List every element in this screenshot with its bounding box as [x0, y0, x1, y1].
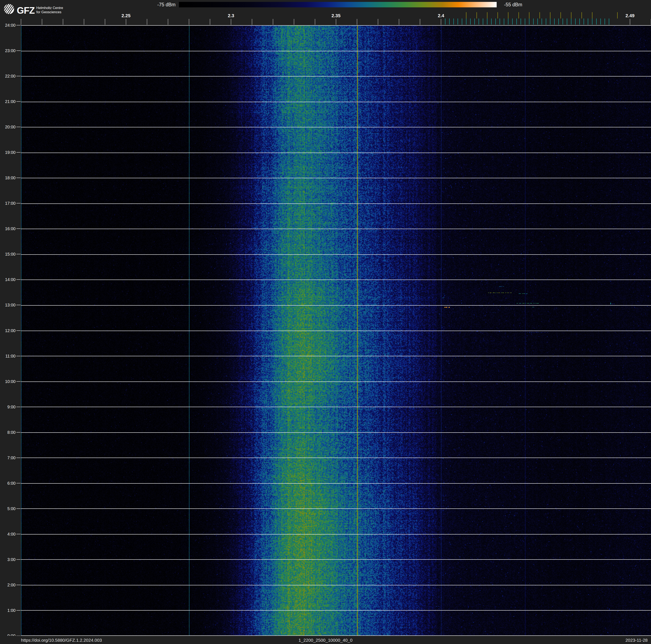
ble-channel-tick	[600, 19, 601, 25]
time-tick	[17, 458, 21, 458]
freq-tick	[336, 19, 336, 25]
freq-tick	[294, 19, 294, 25]
time-label: 8:00	[0, 430, 16, 435]
time-label: 6:00	[0, 481, 16, 486]
dataset-name: 1_2200_2500_10000_40_0	[0, 636, 651, 644]
freq-tick	[63, 19, 63, 25]
freq-label: 2.25	[117, 13, 135, 19]
time-label: 19:00	[0, 150, 16, 155]
time-tick	[17, 432, 21, 433]
time-label: 9:00	[0, 405, 16, 409]
freq-tick	[210, 19, 210, 25]
wifi-channel-tick	[592, 12, 592, 19]
freq-label: 2.4	[432, 13, 451, 19]
time-label: 5:00	[0, 506, 16, 511]
colorbar-min-label: -75 dBm	[0, 2, 176, 7]
ble-channel-tick	[462, 19, 462, 25]
freq-tick	[189, 19, 189, 25]
ble-channel-tick	[529, 19, 529, 25]
wifi-channel-tick	[508, 12, 508, 19]
time-tick	[17, 356, 21, 356]
time-tick	[17, 559, 21, 560]
time-tick	[17, 203, 21, 203]
ble-channel-tick	[596, 19, 597, 25]
ble-channel-tick	[579, 19, 580, 25]
ble-channel-tick	[445, 19, 445, 25]
time-label: 18:00	[0, 176, 16, 180]
wifi-channel-tick	[476, 12, 477, 19]
ble-channel-tick	[525, 19, 525, 25]
spectrogram-canvas	[21, 25, 651, 636]
time-label: 3:00	[0, 557, 16, 562]
time-label: 4:00	[0, 532, 16, 536]
ble-channel-tick	[588, 19, 588, 25]
freq-tick	[441, 19, 441, 25]
freq-tick	[105, 19, 105, 25]
time-tick	[17, 101, 21, 102]
ble-channel-tick	[474, 19, 475, 25]
ble-channel-tick	[466, 19, 466, 25]
ble-channel-tick	[567, 19, 567, 25]
time-label: 15:00	[0, 252, 16, 257]
ble-channel-tick	[517, 19, 517, 25]
ble-channel-tick	[571, 19, 571, 25]
wifi-channel-tick	[550, 12, 550, 19]
freq-tick	[147, 19, 147, 25]
ble-channel-tick	[500, 19, 500, 25]
wifi-channel-tick	[497, 12, 498, 19]
time-tick	[17, 76, 21, 76]
ble-channel-tick	[609, 19, 609, 25]
freq-tick	[420, 19, 420, 25]
wifi-channel-tick	[466, 12, 466, 19]
time-tick	[17, 25, 21, 25]
time-tick	[17, 381, 21, 382]
ble-channel-tick	[541, 19, 542, 25]
wifi-channel-tick	[560, 12, 561, 19]
ble-channel-tick	[584, 19, 584, 25]
time-label: 22:00	[0, 74, 16, 79]
freq-tick	[315, 19, 315, 25]
time-label: 7:00	[0, 456, 16, 460]
time-tick	[17, 127, 21, 127]
ble-channel-tick	[491, 19, 492, 25]
time-tick	[17, 483, 21, 484]
ble-channel-tick	[550, 19, 550, 25]
time-label: 16:00	[0, 226, 16, 231]
time-label: 24:00	[0, 23, 16, 28]
time-label: 23:00	[0, 48, 16, 53]
time-tick	[17, 585, 21, 585]
time-tick	[17, 51, 21, 51]
brand-subtitle-line2: for Geosciences	[36, 10, 63, 14]
freq-tick	[357, 19, 357, 25]
freq-label: 2.35	[327, 13, 345, 19]
time-tick	[17, 229, 21, 229]
freq-tick	[399, 19, 399, 25]
time-tick	[17, 178, 21, 178]
time-tick	[17, 279, 21, 280]
freq-tick	[378, 19, 378, 25]
ble-channel-tick	[558, 19, 559, 25]
ble-channel-tick	[504, 19, 504, 25]
time-tick	[17, 508, 21, 509]
wifi-channel-tick	[617, 12, 618, 19]
time-label: 13:00	[0, 303, 16, 307]
freq-label: 2.3	[222, 13, 241, 19]
wifi-channel-tick	[519, 12, 519, 19]
freq-tick	[126, 19, 126, 25]
time-label: 12:00	[0, 328, 16, 333]
ble-channel-tick	[495, 19, 496, 25]
wifi-channel-tick	[571, 12, 571, 19]
ble-channel-tick	[458, 19, 458, 25]
time-label: 21:00	[0, 99, 16, 104]
time-label: 1:00	[0, 608, 16, 613]
time-tick	[17, 610, 21, 611]
ble-channel-tick	[483, 19, 483, 25]
ble-channel-tick	[563, 19, 563, 25]
spectrogram-page: GFZ Helmholtz Centre for Geosciences -75…	[0, 0, 651, 644]
freq-tick	[630, 19, 630, 25]
wifi-channel-tick	[529, 12, 529, 19]
freq-tick	[168, 19, 168, 25]
wifi-channel-tick	[539, 12, 540, 19]
freq-label: 2.49	[621, 13, 640, 19]
ble-channel-tick	[512, 19, 513, 25]
